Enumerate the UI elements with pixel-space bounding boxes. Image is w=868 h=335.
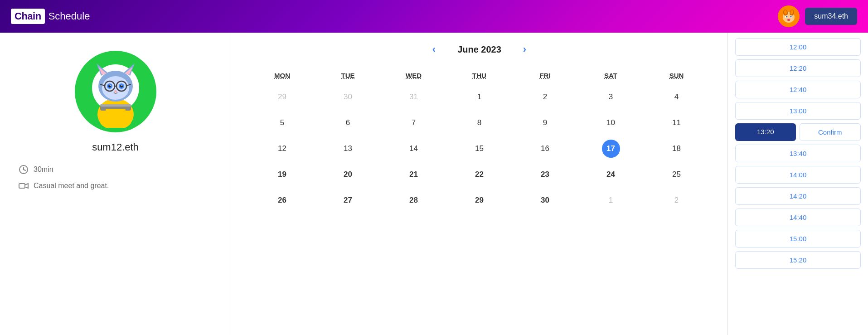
- cal-day-26[interactable]: 26: [276, 191, 288, 209]
- cal-day-13[interactable]: 13: [342, 139, 354, 158]
- cal-day-16[interactable]: 16: [539, 139, 551, 158]
- cal-day-19[interactable]: 19: [276, 165, 288, 184]
- profile-avatar: [75, 51, 156, 132]
- svg-point-11: [787, 19, 790, 21]
- calendar-week-3: 12 13 14 15 16 17 18: [249, 136, 709, 160]
- video-icon: [18, 180, 29, 191]
- cal-day-24[interactable]: 24: [605, 165, 617, 184]
- cal-day-31-prev[interactable]: 31: [407, 87, 420, 106]
- cal-day-18[interactable]: 18: [670, 139, 683, 158]
- cal-day-4[interactable]: 4: [673, 87, 680, 106]
- calendar-week-1: 29 30 31 1 2 3 4: [249, 85, 709, 109]
- calendar-header: ‹ June 2023 ›: [249, 42, 709, 57]
- calendar-week-2: 5 6 7 8 9 10 11: [249, 111, 709, 135]
- cal-day-20[interactable]: 20: [342, 165, 354, 184]
- time-slot-1200[interactable]: 12:00: [735, 38, 861, 56]
- svg-rect-40: [19, 184, 25, 188]
- svg-point-8: [786, 16, 788, 18]
- header-right: sum34.eth: [778, 5, 857, 27]
- left-panel: sum12.eth 30min Casual meet and grea: [0, 33, 231, 335]
- time-slots-panel: 12:00 12:20 12:40 13:00 13:20 Confirm 13…: [727, 33, 868, 335]
- time-slot-1420[interactable]: 14:20: [735, 187, 861, 205]
- clock-icon: [18, 164, 29, 175]
- svg-point-28: [108, 85, 111, 87]
- cal-day-6[interactable]: 6: [344, 113, 352, 132]
- svg-point-31: [121, 85, 122, 86]
- svg-point-20: [102, 76, 129, 100]
- svg-point-9: [790, 16, 792, 18]
- day-header-tue: TUE: [315, 68, 381, 83]
- cal-day-29-prev[interactable]: 29: [276, 87, 288, 106]
- duration-label: 30min: [34, 165, 53, 174]
- day-header-thu: THU: [446, 68, 512, 83]
- month-label: June 2023: [457, 44, 501, 55]
- day-header-wed: WED: [381, 68, 446, 83]
- svg-point-32: [114, 90, 117, 92]
- cal-day-3[interactable]: 3: [607, 87, 615, 106]
- cal-day-10[interactable]: 10: [605, 113, 617, 132]
- app-header: Chain Schedule sum34.eth: [0, 0, 868, 33]
- cal-day-8[interactable]: 8: [475, 113, 483, 132]
- cal-day-27[interactable]: 27: [342, 191, 354, 209]
- time-slot-1400[interactable]: 14:00: [735, 166, 861, 184]
- day-header-sat: SAT: [578, 68, 644, 83]
- time-slot-1220[interactable]: 12:20: [735, 59, 861, 77]
- time-slot-1300[interactable]: 13:00: [735, 102, 861, 120]
- cal-day-30[interactable]: 30: [539, 191, 551, 209]
- cal-day-7[interactable]: 7: [410, 113, 417, 132]
- svg-line-39: [24, 170, 25, 170]
- cal-day-9[interactable]: 9: [541, 113, 549, 132]
- user-avatar-header: [778, 5, 800, 27]
- cal-day-2[interactable]: 2: [541, 87, 549, 106]
- meeting-type-label: Casual meet and great.: [34, 182, 109, 190]
- svg-rect-34: [100, 104, 131, 107]
- logo-chain: Chain: [11, 9, 45, 24]
- svg-point-30: [109, 85, 110, 86]
- calendar-day-headers: MON TUE WED THU FRI SAT SUN: [249, 68, 709, 83]
- time-slot-selected-row: 13:20 Confirm: [735, 123, 861, 141]
- cal-day-2-next[interactable]: 2: [673, 191, 680, 209]
- meeting-type-item: Casual meet and great.: [18, 180, 109, 191]
- cal-day-23[interactable]: 23: [539, 165, 551, 184]
- day-header-mon: MON: [249, 68, 315, 83]
- calendar-grid: MON TUE WED THU FRI SAT SUN 29 30 31 1 2…: [249, 68, 709, 212]
- cal-day-1[interactable]: 1: [475, 87, 483, 106]
- cal-day-25[interactable]: 25: [670, 165, 683, 184]
- time-slot-1340[interactable]: 13:40: [735, 145, 861, 162]
- profile-name: sum12.eth: [92, 141, 139, 153]
- cal-day-22[interactable]: 22: [473, 165, 485, 184]
- time-slot-1240[interactable]: 12:40: [735, 81, 861, 98]
- svg-point-29: [120, 85, 123, 87]
- cal-day-5[interactable]: 5: [278, 113, 286, 132]
- confirm-button[interactable]: Confirm: [800, 123, 861, 141]
- day-header-sun: SUN: [644, 68, 709, 83]
- cal-day-14[interactable]: 14: [407, 139, 420, 158]
- cal-day-30-prev[interactable]: 30: [342, 87, 354, 106]
- calendar-week-5: 26 27 28 29 30 1 2: [249, 188, 709, 212]
- cal-day-12[interactable]: 12: [276, 139, 288, 158]
- next-month-button[interactable]: ›: [519, 42, 530, 57]
- logo-area: Chain Schedule: [11, 9, 90, 24]
- svg-marker-41: [25, 184, 28, 188]
- cal-day-17[interactable]: 17: [602, 140, 620, 158]
- duration-item: 30min: [18, 164, 53, 175]
- cal-day-11[interactable]: 11: [670, 113, 683, 132]
- time-slot-1440[interactable]: 14:40: [735, 209, 861, 226]
- cal-day-29[interactable]: 29: [473, 191, 485, 209]
- svg-rect-36: [106, 109, 126, 112]
- user-badge[interactable]: sum34.eth: [805, 8, 857, 25]
- prev-month-button[interactable]: ‹: [429, 42, 439, 57]
- cal-day-15[interactable]: 15: [473, 139, 485, 158]
- time-slot-1520[interactable]: 15:20: [735, 251, 861, 269]
- cal-day-1-next[interactable]: 1: [607, 191, 615, 209]
- calendar-panel: ‹ June 2023 › MON TUE WED THU FRI SAT SU…: [231, 33, 727, 335]
- main-content: sum12.eth 30min Casual meet and grea: [0, 33, 868, 335]
- time-slot-1320-selected[interactable]: 13:20: [735, 123, 796, 141]
- time-slot-1500[interactable]: 15:00: [735, 230, 861, 248]
- day-header-fri: FRI: [512, 68, 578, 83]
- calendar-week-4: 19 20 21 22 23 24 25: [249, 162, 709, 186]
- logo-schedule: Schedule: [48, 10, 90, 22]
- cal-day-21[interactable]: 21: [407, 165, 420, 184]
- cal-day-28[interactable]: 28: [407, 191, 420, 209]
